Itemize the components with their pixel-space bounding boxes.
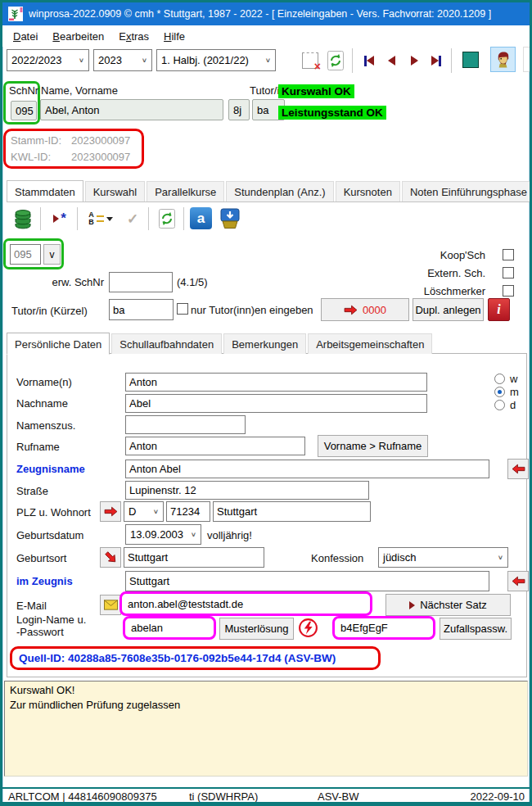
geburtsdatum-select[interactable]: 13.09.2003 ∨ [125,524,201,545]
musterloesung-button[interactable]: Musterlösung [219,618,294,640]
nav-prev-button[interactable] [381,49,402,72]
tab-kursnoten[interactable]: Kursnoten [336,181,400,202]
plz-lookup-button[interactable] [100,501,121,522]
nur-tutoren-checkbox[interactable] [177,303,188,315]
reload-button[interactable] [324,48,347,72]
konfession-label: Konfession [311,552,363,564]
vorname-zu-rufname-button[interactable]: Vorname > Rufname [318,435,428,457]
schnr-dropdown-button[interactable]: v [43,244,61,265]
email-input[interactable]: anton.abel@teststadt.de [119,591,372,616]
schnr-input[interactable]: 095 [10,244,41,265]
koopsch-label: Koop'Sch [321,249,485,261]
im-zeugnis-takeover-button[interactable] [507,571,529,591]
course-color-button[interactable] [458,47,483,72]
nav-first-button[interactable] [358,49,379,72]
gender-label-w: w [510,373,517,385]
menu-item-bearbeiten[interactable]: Bearbeiten [45,28,111,45]
country-select[interactable]: D ∨ [124,501,164,522]
term-value: 1. Halbj. (2021/22) [161,54,249,66]
detail-tab-strip: Persönliche Daten Schullaufbahndaten Bem… [7,331,527,354]
tab-stammdaten[interactable]: Stammdaten [7,180,83,202]
wohnort-input[interactable]: Stuttgart [213,501,371,522]
nav-next-button[interactable] [404,49,425,72]
nav-next-icon [411,56,418,66]
menu-item-extras[interactable]: Extras [111,28,156,45]
menu-item-datei[interactable]: Datei [6,28,45,45]
naechster-satz-label: Nächster Satz [420,599,487,611]
goto-record-button[interactable]: 0000 [321,298,409,321]
naechster-satz-button[interactable]: Nächster Satz [385,594,511,616]
vorname-input[interactable]: Anton [125,373,427,392]
tutor-kuerzel-input[interactable]: ba [109,299,174,320]
main-tab-strip: Stammdaten Kurswahl Parallelkurse Stunde… [7,179,530,202]
duplicate-button[interactable]: Dupl. anlegen [413,298,484,321]
asv-a-icon: a [197,211,205,227]
tab-parallelkurse[interactable]: Parallelkurse [147,181,224,202]
nav-first-icon [364,56,374,66]
school-year-select[interactable]: 2022/2023 ∨ [7,49,89,71]
nachname-input[interactable]: Abel [125,394,427,413]
generate-login-button[interactable] [296,616,320,640]
nav-last-button[interactable] [426,49,446,72]
clear-form-button[interactable]: × [299,48,322,72]
zeugnisname-label: Zeugnisname [16,463,85,475]
confirm-button[interactable]: ✓ [121,206,144,231]
tab-stundenplan[interactable]: Stundenplan (Anz.) [226,181,333,202]
gender-radio-d[interactable] [494,400,505,410]
rufname-input[interactable]: Anton [125,437,305,455]
tab-arbeitsgemeinschaften[interactable]: Arbeitsgemeinschaften [308,333,432,354]
login-label-line2: -Passwort [16,626,64,638]
gender-label-m: m [510,386,519,398]
zeugnisname-input[interactable]: Anton Abel [125,460,489,478]
gender-radio-w[interactable] [494,374,505,384]
geburtsort-takeover-button[interactable] [100,547,121,568]
window-titlebar: winprosa-2022.0909 © cmh * Stuttgart, 19… [2,2,530,25]
erw-schnr-label: erw. SchNr [30,276,104,288]
tab-noten-einfuehrungsphase[interactable]: Noten Einführungsphase [402,181,530,202]
zufallspassw-button[interactable]: Zufallspassw. [440,618,512,640]
loeschmerker-checkbox[interactable] [503,285,514,297]
zeugnisname-takeover-button[interactable] [507,459,529,479]
login-name-input[interactable]: abelan [123,616,216,640]
sort-ab-button[interactable]: AB [83,206,118,231]
plz-input[interactable]: 71234 [166,501,210,522]
student-profile-icon [494,50,512,69]
cohort-value: 2023 [98,54,122,66]
winprosa-window: winprosa-2022.0909 © cmh * Stuttgart, 19… [0,0,532,806]
asv-a-button[interactable]: a [190,207,212,229]
passwort-input[interactable]: b4EfgEgF [332,616,435,640]
erw-schnr-input[interactable] [109,272,173,292]
database-button[interactable] [10,206,36,231]
toolbar-separator [352,48,353,73]
email-send-button[interactable] [100,595,121,615]
import-download-button[interactable] [217,206,243,231]
reload-record-button[interactable] [155,206,179,231]
strasse-input[interactable]: Lupinenstr. 12 [125,481,369,500]
term-select[interactable]: 1. Halbj. (2021/22) ∨ [156,49,276,71]
statusbar-date: 2022-09-10 [471,790,525,803]
student-profile-button[interactable] [490,47,516,72]
toolbar-separator [40,207,41,230]
student-profile-next-icon [526,50,532,69]
geburtsort-input[interactable]: Stuttgart [124,547,264,568]
info-button[interactable]: i [488,298,510,321]
namenszus-input[interactable] [125,415,246,434]
tab-schullaufbahndaten[interactable]: Schullaufbahndaten [111,333,222,354]
next-new-record-button[interactable]: * [47,206,73,231]
chevron-down-icon: ∨ [265,57,271,64]
menu-item-hilfe[interactable]: Hilfe [156,28,192,45]
message-line-1: Kurswahl OK! [10,683,522,698]
gender-radio-m[interactable] [494,387,505,397]
tab-kurswahl[interactable]: Kurswahl [85,181,145,202]
im-zeugnis-input[interactable]: Stuttgart [125,571,489,591]
gender-label-d: d [510,399,516,411]
koopsch-checkbox[interactable] [503,249,514,260]
country-value: D [128,505,136,518]
geburtsdatum-value: 13.09.2003 [130,528,183,541]
cohort-select[interactable]: 2023 ∨ [93,49,152,71]
konfession-select[interactable]: jüdisch ∨ [378,547,508,568]
student-profile-next-button[interactable] [523,47,532,72]
tab-bemerkungen[interactable]: Bemerkungen [223,333,306,354]
tab-persoenliche-daten[interactable]: Persönliche Daten [7,333,110,355]
extern-sch-checkbox[interactable] [503,267,514,278]
